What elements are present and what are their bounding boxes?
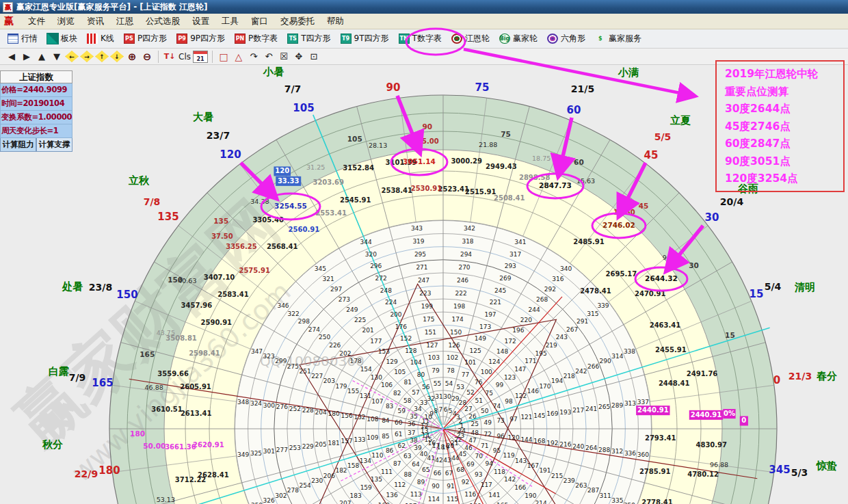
triangle-tool-button[interactable]: △ [232,50,246,64]
toolbar-item-box-red[interactable]: P99P四方形 [172,31,230,47]
toolbar-item-label: P数字表 [248,33,278,44]
svg-text:7: 7 [439,406,443,413]
t-down-button[interactable]: T↓ [163,50,176,64]
svg-text:3457.96: 3457.96 [181,302,213,309]
svg-text:216: 216 [559,441,571,448]
svg-text:118: 118 [494,468,505,475]
svg-text:5/3: 5/3 [791,467,808,478]
calc-support-button[interactable]: 计算支撑 [36,138,72,152]
toolbar-item-big[interactable]: Big赢家轮 [494,31,542,47]
menu-item-9[interactable]: 帮助 [321,14,350,29]
svg-text:69: 69 [466,461,475,468]
svg-text:30: 30 [443,393,451,400]
svg-text:180: 180 [98,464,120,477]
menu-item-4[interactable]: 公式选股 [140,14,186,29]
rotate-cw-button[interactable]: ↷ [247,50,261,64]
menu-item-3[interactable]: 江恩 [110,14,140,29]
svg-text:3508.81: 3508.81 [165,334,197,342]
diamond-left-button[interactable]: ← [65,51,79,62]
svg-text:2560.91: 2560.91 [289,226,320,233]
svg-text:217: 217 [572,407,584,414]
cls-button[interactable]: Cls [178,50,191,64]
toolbar-item-box-teal[interactable]: TST四方形 [282,31,335,47]
svg-text:117: 117 [481,481,492,488]
screen-tool-button[interactable]: ⊡ [307,50,321,64]
rotate-ccw-button[interactable]: ↶ [262,50,276,64]
nav-back-button[interactable]: ◀ [5,50,18,64]
svg-text:2568.41: 2568.41 [267,243,298,250]
svg-text:173: 173 [479,323,491,330]
nav-down-button[interactable]: ▼ [50,50,64,64]
toolbar-item-table[interactable]: 行情 [3,31,42,47]
toolbar-item-hex[interactable]: 六角形 [542,31,590,47]
svg-text:146: 146 [527,388,539,395]
calc-resistance-button[interactable]: 计算阻力 [0,138,36,152]
box-x-button[interactable]: ☒ [277,50,291,64]
diamond-right-button[interactable]: → [80,51,94,62]
svg-text:0%: 0% [724,410,735,417]
svg-text:295: 295 [414,251,426,258]
menu-item-2[interactable]: 资讯 [81,14,110,29]
menu-item-6[interactable]: 工具 [215,14,245,29]
menu-item-1[interactable]: 浏览 [51,14,81,29]
svg-text:96.88: 96.88 [710,461,728,468]
toolbar-item-box-teal[interactable]: TNT数字表 [394,31,447,47]
menu-item-8[interactable]: 交易委托 [274,14,321,29]
diamond-up-button[interactable]: ↑ [95,51,109,62]
svg-text:103: 103 [428,354,440,361]
svg-text:52: 52 [466,389,474,396]
svg-text:215: 215 [551,473,563,479]
svg-text:73: 73 [496,417,504,424]
svg-text:120: 120 [507,434,519,441]
menu-item-0[interactable]: 文件 [22,14,51,29]
svg-text:182: 182 [335,467,347,474]
toolbar-item-blocks[interactable]: 板块 [42,31,82,47]
svg-text:2440.91: 2440.91 [637,406,669,414]
svg-text:120: 120 [220,148,241,161]
box-red-icon: P9 [176,34,187,44]
annotation-line-3: 45度2746点 [725,118,843,136]
menu-item-7[interactable]: 窗口 [245,14,274,29]
toolbar-item-box-teal[interactable]: T99T四方形 [336,31,394,47]
zoom-out-button[interactable]: ⊖ [140,50,154,64]
toolbar-item-box-red[interactable]: PNP数字表 [230,31,282,47]
toolbar-item-target[interactable]: 江恩轮 [447,31,494,47]
nav-forward-button[interactable]: ▶ [20,50,34,64]
toolbar-item-dollar[interactable]: $赢家服务 [590,31,646,47]
svg-text:360: 360 [637,451,649,458]
toolbar-item-label: 赢家服务 [609,33,641,44]
svg-text:133: 133 [354,436,365,443]
svg-text:341: 341 [514,239,526,246]
resize-tool-button[interactable]: ✥ [292,50,306,64]
svg-text:149: 149 [475,335,486,342]
calendar-button[interactable]: 21 [193,51,208,63]
diamond-down-button[interactable]: ↓ [110,51,124,62]
svg-text:122: 122 [515,393,527,399]
svg-text:290: 290 [600,358,611,364]
application-window: 赢 赢家江恩专业版[赢家服务平台] - [上证指数 江恩轮] 赢 文件浏览资讯江… [0,0,848,504]
svg-text:76: 76 [475,379,483,386]
svg-text:3000.29: 3000.29 [451,157,482,165]
svg-text:5/4: 5/4 [765,281,782,292]
svg-text:71: 71 [481,442,488,449]
svg-text:266: 266 [587,363,599,370]
toolbar-item-candle[interactable]: K线 [82,31,119,47]
svg-text:106: 106 [381,382,393,388]
svg-text:63: 63 [403,453,411,460]
svg-text:79: 79 [432,367,440,374]
svg-text:324: 324 [250,400,262,407]
toolbar-separator [158,51,159,63]
svg-text:277: 277 [276,447,288,453]
svg-text:立秋: 立秋 [128,174,150,187]
menu-item-5[interactable]: 设置 [186,14,215,29]
svg-text:91: 91 [447,483,454,490]
rect-tool-button[interactable]: □ [217,50,230,64]
svg-text:230: 230 [311,477,323,484]
svg-text:135: 135 [157,211,178,223]
svg-text:166: 166 [514,484,526,491]
zoom-in-button[interactable]: ⊕ [125,50,139,64]
nav-up-button[interactable]: ▲ [35,50,49,64]
svg-text:53: 53 [456,384,464,390]
toolbar-item-box-red[interactable]: PSP四方形 [119,31,172,47]
svg-text:274: 274 [308,326,320,333]
